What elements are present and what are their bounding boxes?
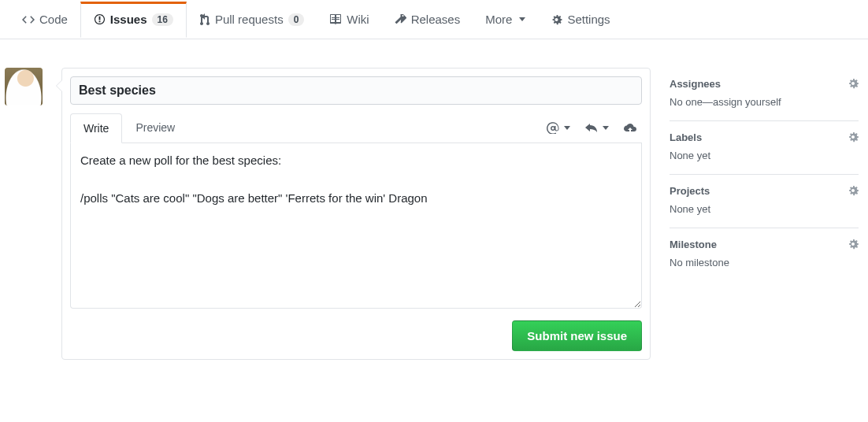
tab-issues-label: Issues xyxy=(110,13,147,26)
issues-count-badge: 16 xyxy=(152,13,173,26)
labels-label: Labels xyxy=(670,131,702,143)
tab-more[interactable]: More xyxy=(473,2,538,37)
issue-body-textarea[interactable] xyxy=(70,143,642,309)
gear-icon xyxy=(848,238,859,250)
caret-down-icon xyxy=(603,126,609,130)
assignees-label: Assignees xyxy=(670,78,721,90)
milestone-value: No milestone xyxy=(670,257,859,268)
tab-wiki[interactable]: Wiki xyxy=(317,2,381,37)
labels-gear[interactable] xyxy=(848,131,859,143)
book-icon xyxy=(329,13,342,26)
tab-issues[interactable]: Issues 16 xyxy=(80,2,187,38)
reply-button[interactable] xyxy=(584,121,609,134)
tab-releases-label: Releases xyxy=(411,13,461,26)
submit-label: Submit new issue xyxy=(527,329,627,342)
write-tab-label: Write xyxy=(83,122,109,135)
tab-prs-label: Pull requests xyxy=(215,13,284,26)
tab-pull-requests[interactable]: Pull requests 0 xyxy=(187,2,317,37)
caret-down-icon xyxy=(564,126,570,130)
tab-more-label: More xyxy=(485,13,512,26)
form-actions: Submit new issue xyxy=(70,320,642,351)
cloud-upload-icon xyxy=(623,121,637,134)
projects-value: None yet xyxy=(670,203,859,215)
milestone-gear[interactable] xyxy=(848,238,859,250)
main-content: Write Preview Su xyxy=(0,39,868,376)
user-avatar[interactable] xyxy=(5,68,43,106)
tab-code[interactable]: Code xyxy=(9,2,80,37)
issue-title-input[interactable] xyxy=(70,76,642,105)
caret-down-icon xyxy=(519,17,525,21)
write-tab[interactable]: Write xyxy=(70,113,122,143)
tab-code-label: Code xyxy=(39,13,68,26)
gear-icon xyxy=(551,13,562,26)
issue-sidebar: Assignees No one—assign yourself Labels … xyxy=(670,68,859,360)
mention-icon xyxy=(546,121,560,134)
issue-opened-icon xyxy=(94,13,106,25)
tab-settings-label: Settings xyxy=(567,13,610,26)
tab-wiki-label: Wiki xyxy=(347,13,369,26)
assignees-block: Assignees No one—assign yourself xyxy=(670,68,859,121)
submit-issue-button[interactable]: Submit new issue xyxy=(512,320,642,351)
gear-icon xyxy=(848,184,859,197)
tab-settings[interactable]: Settings xyxy=(538,2,622,37)
new-issue-form: Write Preview Su xyxy=(61,68,651,360)
repo-tabnav: Code Issues 16 Pull requests 0 Wiki Rele… xyxy=(0,0,868,39)
gear-icon xyxy=(848,77,859,90)
preview-tab[interactable]: Preview xyxy=(122,113,188,143)
projects-label: Projects xyxy=(670,185,710,197)
prs-count-badge: 0 xyxy=(288,13,305,26)
upload-button[interactable] xyxy=(623,121,637,134)
milestone-block: Milestone No milestone xyxy=(670,228,859,281)
gear-icon xyxy=(848,131,859,143)
mention-button[interactable] xyxy=(546,121,570,134)
labels-value: None yet xyxy=(670,150,859,161)
projects-block: Projects None yet xyxy=(670,175,859,228)
reply-icon xyxy=(584,121,599,134)
comment-tabnav: Write Preview xyxy=(70,113,642,143)
code-icon xyxy=(22,13,35,26)
milestone-label: Milestone xyxy=(670,239,717,250)
projects-gear[interactable] xyxy=(848,184,859,197)
comment-toolbar xyxy=(546,121,642,134)
labels-block: Labels None yet xyxy=(670,121,859,175)
tag-icon xyxy=(395,13,406,26)
assignees-value[interactable]: No one—assign yourself xyxy=(670,96,859,108)
assignees-gear[interactable] xyxy=(848,77,859,90)
tab-releases[interactable]: Releases xyxy=(382,2,473,37)
preview-tab-label: Preview xyxy=(135,121,175,134)
git-pull-request-icon xyxy=(199,13,210,26)
